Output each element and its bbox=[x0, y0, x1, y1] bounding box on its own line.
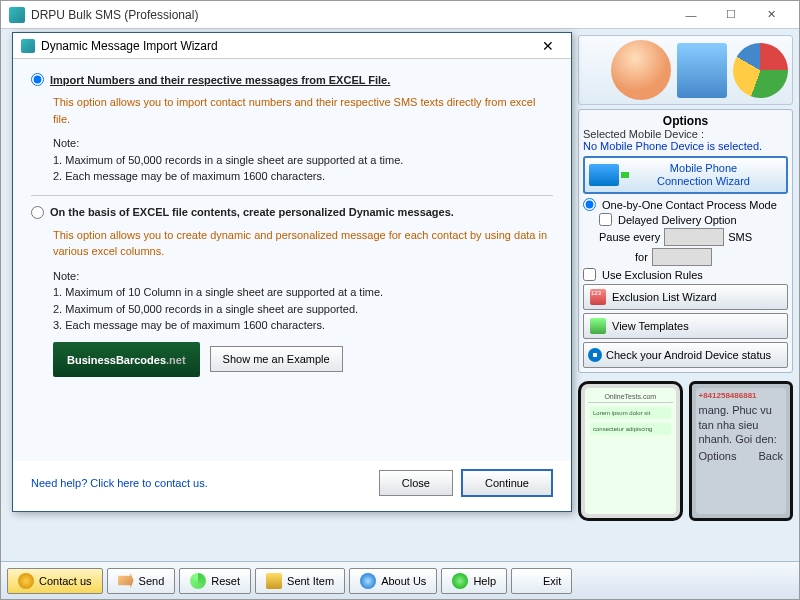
option1-label: Import Numbers and their respective mess… bbox=[50, 74, 390, 86]
delayed-delivery-label: Delayed Delivery Option bbox=[618, 214, 737, 226]
exclusion-checkbox[interactable] bbox=[583, 268, 596, 281]
piechart-graphic bbox=[733, 43, 788, 98]
view-templates-button[interactable]: View Templates bbox=[583, 313, 788, 339]
help-button[interactable]: Help bbox=[441, 568, 507, 594]
option2-block: On the basis of EXCEL file contents, cre… bbox=[31, 206, 553, 387]
maximize-button[interactable]: ☐ bbox=[711, 4, 751, 26]
option2-notes: Note: 1. Maximum of 10 Column in a singl… bbox=[53, 268, 553, 334]
help-icon bbox=[452, 573, 468, 589]
banner-row: BusinessBarcodes.net Show me an Example bbox=[53, 342, 553, 377]
phone2-back: Back bbox=[759, 450, 783, 462]
business-barcodes-banner: BusinessBarcodes.net bbox=[53, 342, 200, 377]
exclusion-label: Use Exclusion Rules bbox=[602, 269, 703, 281]
info-icon bbox=[360, 573, 376, 589]
feature-phone-preview: +841258486881 mang. Phuc vu tan nha sieu… bbox=[689, 381, 794, 521]
android-status-label: Check your Android Device status bbox=[606, 349, 771, 361]
view-templates-label: View Templates bbox=[612, 320, 689, 332]
import-wizard-dialog: Dynamic Message Import Wizard ✕ Import N… bbox=[12, 32, 572, 512]
exclusion-wizard-button[interactable]: Exclusion List Wizard bbox=[583, 284, 788, 310]
for-label: for bbox=[635, 251, 648, 263]
app-title: DRPU Bulk SMS (Professional) bbox=[31, 8, 671, 22]
delayed-delivery-checkbox[interactable] bbox=[599, 213, 612, 226]
pause-label: Pause every bbox=[599, 231, 660, 243]
process-mode-label: One-by-One Contact Process Mode bbox=[602, 199, 777, 211]
exclusion-row[interactable]: Use Exclusion Rules bbox=[583, 268, 788, 281]
show-example-button[interactable]: Show me an Example bbox=[210, 346, 343, 372]
about-us-button[interactable]: About Us bbox=[349, 568, 437, 594]
option1-header[interactable]: Import Numbers and their respective mess… bbox=[31, 73, 553, 86]
dialog-footer: Need help? Click here to contact us. Clo… bbox=[13, 461, 571, 511]
header-graphics bbox=[578, 35, 793, 105]
exclusion-wizard-label: Exclusion List Wizard bbox=[612, 291, 717, 303]
device-label: Selected Mobile Device : bbox=[583, 128, 788, 140]
option2-radio[interactable] bbox=[31, 206, 44, 219]
minimize-button[interactable]: — bbox=[671, 4, 711, 26]
options-panel: Options Selected Mobile Device : No Mobi… bbox=[578, 109, 793, 373]
option1-desc: This option allows you to import contact… bbox=[53, 94, 553, 127]
option1-notes: Note: 1. Maximum of 50,000 records in a … bbox=[53, 135, 553, 185]
exit-button[interactable]: Exit bbox=[511, 568, 572, 594]
option1-radio[interactable] bbox=[31, 73, 44, 86]
dialog-titlebar: Dynamic Message Import Wizard ✕ bbox=[13, 33, 571, 59]
smartphone-preview: OnlineTests.com Lorem ipsum dolor sit co… bbox=[578, 381, 683, 521]
reset-icon bbox=[190, 573, 206, 589]
connection-wizard-label: Mobile PhoneConnection Wizard bbox=[625, 162, 782, 188]
options-title: Options bbox=[583, 114, 788, 128]
bottom-toolbar: Contact us Send Reset Sent Item About Us… bbox=[1, 561, 799, 599]
process-mode-row[interactable]: One-by-One Contact Process Mode bbox=[583, 198, 788, 211]
templates-icon bbox=[590, 318, 606, 334]
reset-button[interactable]: Reset bbox=[179, 568, 251, 594]
pause-count-combo[interactable] bbox=[664, 228, 724, 246]
barchart-graphic bbox=[677, 43, 727, 98]
connection-wizard-button[interactable]: Mobile PhoneConnection Wizard bbox=[583, 156, 788, 194]
dialog-body: Import Numbers and their respective mess… bbox=[13, 59, 571, 461]
for-row: for bbox=[599, 248, 788, 266]
android-status-button[interactable]: Check your Android Device status bbox=[583, 342, 788, 368]
exit-icon bbox=[522, 573, 538, 589]
phone-previews: OnlineTests.com Lorem ipsum dolor sit co… bbox=[578, 381, 793, 521]
exclusion-icon bbox=[590, 289, 606, 305]
phone2-options: Options bbox=[699, 450, 737, 462]
dialog-icon bbox=[21, 39, 35, 53]
dialog-close-btn[interactable]: Close bbox=[379, 470, 453, 496]
sms-suffix: SMS bbox=[728, 231, 752, 243]
option2-label: On the basis of EXCEL file contents, cre… bbox=[50, 206, 454, 218]
delayed-delivery-row[interactable]: Delayed Delivery Option bbox=[599, 213, 788, 226]
phone-connection-icon bbox=[589, 164, 619, 186]
option2-header[interactable]: On the basis of EXCEL file contents, cre… bbox=[31, 206, 553, 219]
gear-icon bbox=[588, 348, 602, 362]
contact-us-button[interactable]: Contact us bbox=[7, 568, 103, 594]
option2-desc: This option allows you to create dynamic… bbox=[53, 227, 553, 260]
folder-icon bbox=[266, 573, 282, 589]
phone1-header: OnlineTests.com bbox=[588, 391, 673, 403]
dialog-continue-btn[interactable]: Continue bbox=[461, 469, 553, 497]
dialog-close-button[interactable]: ✕ bbox=[533, 38, 563, 54]
phone2-text: mang. Phuc vu tan nha sieu nhanh. Goi de… bbox=[699, 403, 784, 446]
app-icon bbox=[9, 7, 25, 23]
pause-row: Pause every SMS bbox=[599, 228, 788, 246]
send-button[interactable]: Send bbox=[107, 568, 176, 594]
people-graphic bbox=[611, 40, 671, 100]
main-titlebar: DRPU Bulk SMS (Professional) — ☐ ✕ bbox=[1, 1, 799, 29]
phone2-number: +841258486881 bbox=[699, 391, 784, 400]
right-panel: Options Selected Mobile Device : No Mobi… bbox=[578, 35, 793, 555]
process-mode-radio[interactable] bbox=[583, 198, 596, 211]
dialog-title: Dynamic Message Import Wizard bbox=[41, 39, 533, 53]
contact-icon bbox=[18, 573, 34, 589]
device-status: No Mobile Phone Device is selected. bbox=[583, 140, 788, 152]
send-icon bbox=[118, 573, 134, 589]
option1-block: Import Numbers and their respective mess… bbox=[31, 73, 553, 196]
sent-item-button[interactable]: Sent Item bbox=[255, 568, 345, 594]
close-button[interactable]: ✕ bbox=[751, 4, 791, 26]
help-link[interactable]: Need help? Click here to contact us. bbox=[31, 477, 371, 489]
for-duration-combo[interactable] bbox=[652, 248, 712, 266]
